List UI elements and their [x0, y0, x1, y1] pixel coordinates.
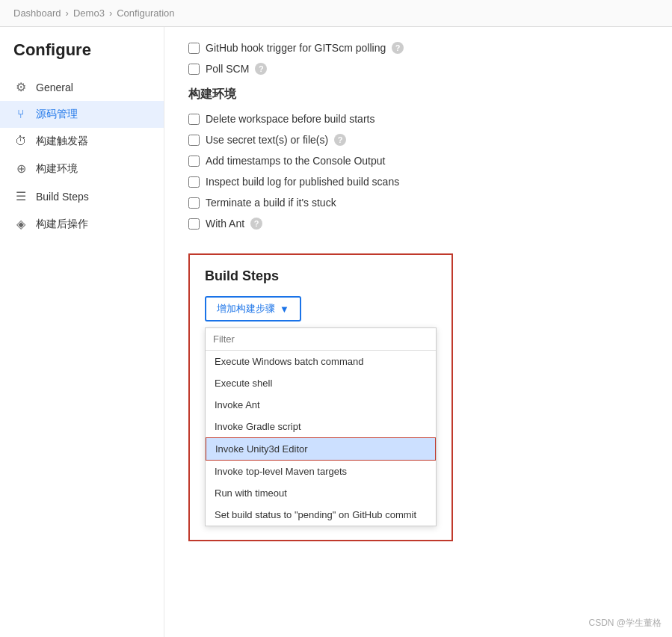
breadcrumb-item-dashboard[interactable]: Dashboard — [13, 7, 61, 19]
checkbox-label-github-hook: GitHub hook trigger for GITScm polling — [206, 42, 386, 54]
sidebar-item-env[interactable]: ⊕ 构建环境 — [0, 155, 164, 182]
build-steps-title: Build Steps — [205, 268, 437, 284]
dropdown-item-invoke-maven[interactable]: Invoke top-level Maven targets — [206, 461, 436, 482]
checkbox-inspect-log[interactable] — [188, 176, 200, 188]
checkbox-label-secret-text: Use secret text(s) or file(s) — [206, 134, 328, 146]
checkbox-poll-scm[interactable] — [188, 64, 200, 75]
help-icon-with-ant[interactable]: ? — [250, 218, 262, 230]
breadcrumb: Dashboard › Demo3 › Configuration — [0, 0, 672, 27]
checkbox-label-poll-scm: Poll SCM — [206, 63, 249, 75]
add-build-step-label: 增加构建步骤 — [217, 302, 275, 316]
checkbox-secret-text[interactable] — [188, 135, 200, 146]
sidebar-item-build-steps[interactable]: ☰ Build Steps — [0, 182, 164, 210]
breadcrumb-item-demo3[interactable]: Demo3 — [73, 7, 105, 19]
breadcrumb-item-config[interactable]: Configuration — [117, 7, 174, 19]
checkbox-delete-ws[interactable] — [188, 114, 200, 125]
dropdown-item-invoke-unity[interactable]: Invoke Unity3d Editor — [206, 437, 436, 461]
checkbox-github-hook[interactable] — [188, 43, 200, 54]
sidebar-label-post: 构建后操作 — [36, 218, 88, 231]
breadcrumb-separator: › — [109, 7, 112, 19]
sidebar-label-build-steps: Build Steps — [36, 191, 89, 203]
sidebar-icon-source: ⑂ — [13, 108, 28, 121]
sidebar-label-source: 源码管理 — [36, 108, 78, 121]
dropdown-item-run-timeout[interactable]: Run with timeout — [206, 482, 436, 504]
checkbox-row-inspect-log: Inspect build log for published build sc… — [188, 176, 648, 188]
sidebar-icon-env: ⊕ — [13, 161, 28, 176]
sidebar-title: Configure — [0, 40, 164, 73]
checkbox-terminate[interactable] — [188, 197, 200, 209]
dropdown-filter-input[interactable] — [206, 328, 436, 351]
dropdown-item-invoke-gradle[interactable]: Invoke Gradle script — [206, 416, 436, 437]
sidebar-label-triggers: 构建触发器 — [36, 135, 88, 148]
sidebar-label-env: 构建环境 — [36, 162, 78, 176]
sidebar-icon-build-steps: ☰ — [13, 189, 28, 203]
checkbox-with-ant[interactable] — [188, 218, 200, 230]
checkbox-row-timestamps: Add timestamps to the Console Output — [188, 155, 648, 167]
watermark: CSDN @学生董格 — [588, 617, 662, 630]
sidebar-icon-general: ⚙ — [13, 80, 28, 94]
dropdown-items-list: Execute Windows batch commandExecute she… — [206, 351, 436, 526]
main-content: GitHub hook trigger for GITScm polling ?… — [164, 27, 672, 637]
checkbox-label-with-ant: With Ant — [206, 218, 244, 230]
build-env-checkboxes: Delete workspace before build starts Use… — [188, 113, 648, 230]
checkbox-row-github-hook: GitHub hook trigger for GITScm polling ? — [188, 42, 648, 54]
add-build-step-button[interactable]: 增加构建步骤 ▼ — [205, 296, 301, 321]
checkbox-timestamps[interactable] — [188, 156, 200, 167]
checkbox-row-with-ant: With Ant ? — [188, 218, 648, 230]
breadcrumb-separator: › — [66, 7, 69, 19]
sidebar-item-source[interactable]: ⑂ 源码管理 — [0, 101, 164, 128]
sidebar-item-general[interactable]: ⚙ General — [0, 73, 164, 101]
help-icon-github-hook[interactable]: ? — [392, 42, 404, 54]
sidebar-label-general: General — [36, 81, 73, 93]
checkbox-label-timestamps: Add timestamps to the Console Output — [206, 155, 385, 167]
dropdown-item-set-build-status[interactable]: Set build status to "pending" on GitHub … — [206, 504, 436, 526]
dropdown-item-invoke-ant[interactable]: Invoke Ant — [206, 394, 436, 416]
help-icon-poll-scm[interactable]: ? — [255, 63, 267, 75]
help-icon-secret-text[interactable]: ? — [334, 134, 346, 146]
top-checkboxes: GitHub hook trigger for GITScm polling ?… — [188, 42, 648, 75]
dropdown-item-exec-shell[interactable]: Execute shell — [206, 372, 436, 394]
dropdown-item-exec-win[interactable]: Execute Windows batch command — [206, 351, 436, 372]
checkbox-label-delete-ws: Delete workspace before build starts — [206, 113, 374, 125]
checkbox-row-delete-ws: Delete workspace before build starts — [188, 113, 648, 125]
build-env-title: 构建环境 — [188, 87, 648, 102]
sidebar-nav: ⚙ General ⑂ 源码管理 ⏱ 构建触发器 ⊕ 构建环境 ☰ Build … — [0, 73, 164, 238]
checkbox-row-poll-scm: Poll SCM ? — [188, 63, 648, 75]
checkbox-label-inspect-log: Inspect build log for published build sc… — [206, 176, 399, 188]
sidebar-icon-post: ◈ — [13, 217, 28, 231]
checkbox-label-terminate: Terminate a build if it's stuck — [206, 197, 336, 209]
sidebar-item-post[interactable]: ◈ 构建后操作 — [0, 210, 164, 238]
sidebar-item-triggers[interactable]: ⏱ 构建触发器 — [0, 128, 164, 155]
checkbox-row-secret-text: Use secret text(s) or file(s) ? — [188, 134, 648, 146]
build-steps-section: Build Steps 增加构建步骤 ▼ Execute Windows bat… — [188, 253, 453, 541]
sidebar: Configure ⚙ General ⑂ 源码管理 ⏱ 构建触发器 ⊕ 构建环… — [0, 27, 164, 637]
build-env-section: 构建环境 Delete workspace before build start… — [188, 87, 648, 230]
sidebar-icon-triggers: ⏱ — [13, 135, 28, 148]
checkbox-row-terminate: Terminate a build if it's stuck — [188, 197, 648, 209]
build-step-dropdown: Execute Windows batch commandExecute she… — [205, 327, 437, 526]
dropdown-arrow-icon: ▼ — [280, 304, 289, 315]
